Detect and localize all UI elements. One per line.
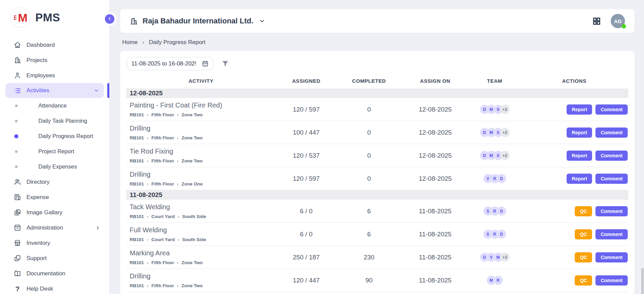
team-extra-count[interactable]: +2 <box>500 128 510 137</box>
team-cell: DMS+2 <box>469 105 520 114</box>
col-completed: COMPLETED <box>337 78 401 84</box>
comment-button[interactable]: Comment <box>595 151 628 161</box>
book-icon <box>14 270 21 277</box>
assign-on-cell: 12-08-2025 <box>401 152 469 159</box>
sidebar-item-projects[interactable]: Projects <box>0 53 109 68</box>
activity-title: Drilling <box>130 124 276 132</box>
assigned-cell: 6 / 0 <box>276 208 337 215</box>
table-header-row: ACTIVITY ASSIGNED COMPLETED ASSIGN ON TE… <box>126 73 628 89</box>
activity-title: Drilling <box>130 171 276 178</box>
path-segment: Fifth Floor <box>151 112 174 117</box>
sidebar-subitem-project-report[interactable]: Project Report <box>0 144 109 159</box>
report-button[interactable]: Report <box>567 128 592 138</box>
activity-location-path: RB101›Fifth Floor›Zone Two <box>130 283 276 288</box>
breadcrumb: Home › Daily Progress Report <box>122 39 634 46</box>
sidebar-subitem-daily-task-planning[interactable]: Daily Task Planning <box>0 113 109 129</box>
comment-button[interactable]: Comment <box>595 104 628 115</box>
user-avatar[interactable]: AD <box>611 14 625 28</box>
team-extra-count[interactable]: +2 <box>500 253 510 262</box>
bullet-icon <box>15 165 18 168</box>
chevron-right-icon: › <box>147 113 148 117</box>
apps-grid-icon[interactable] <box>592 17 601 26</box>
chevron-right-icon: › <box>178 237 179 242</box>
chevron-down-icon <box>94 88 99 93</box>
breadcrumb-home[interactable]: Home <box>122 39 137 46</box>
sidebar-item-support[interactable]: Support <box>0 251 109 266</box>
activity-cell: Full WeldingRB101›Court Yard›South Side <box>126 226 276 242</box>
activity-location-path: RB101›Fifth Floor›Zone Two <box>130 112 276 117</box>
report-button[interactable]: Report <box>567 151 592 161</box>
table-row: DrillingRB101›Fifth Floor›Zone Two100 / … <box>126 121 628 144</box>
col-assign-on: ASSIGN ON <box>401 78 469 84</box>
comment-button[interactable]: Comment <box>595 206 628 216</box>
team-member-avatar[interactable]: D <box>497 230 506 239</box>
path-segment: South Side <box>182 237 206 242</box>
logo-monogram-icon: M <box>14 11 27 24</box>
avatar-initials: AD <box>614 18 622 24</box>
team-extra-count[interactable]: +2 <box>500 105 510 114</box>
comment-button[interactable]: Comment <box>595 174 628 184</box>
sidebar-subitem-attendance[interactable]: Attendance <box>0 98 109 113</box>
path-segment: Zone Two <box>182 135 203 140</box>
activity-title: Drilling <box>130 272 276 280</box>
app-logo[interactable]: M PMS <box>0 0 109 34</box>
sidebar-item-label: Support <box>26 255 47 262</box>
team-member-avatar[interactable]: D <box>497 174 506 183</box>
store-icon <box>14 239 21 247</box>
sidebar-item-label: Employees <box>26 72 55 79</box>
group-date-band: 11-08-2025 <box>126 190 628 200</box>
comment-button[interactable]: Comment <box>595 252 628 262</box>
activity-cell: Marking AreaRB101›Fifth Floor›Zone Two <box>126 249 276 265</box>
team-member-avatar[interactable]: D <box>497 207 506 216</box>
bullet-icon <box>15 104 18 107</box>
sidebar-subitem-daily-expenses[interactable]: Daily Expenses <box>0 159 109 174</box>
activity-location-path: RB101›Fifth Floor›Zone Two <box>130 260 276 265</box>
chevron-right-icon: › <box>177 182 179 187</box>
activity-cell: DrillingRB101›Fifth Floor›Zone One <box>126 171 276 187</box>
table-row: DrillingRB101›Fifth Floor›Zone Two120 / … <box>126 269 628 292</box>
team-member-avatar[interactable]: R <box>494 276 503 285</box>
path-segment: Fifth Floor <box>151 283 174 288</box>
qc-button[interactable]: QC <box>575 252 592 262</box>
path-segment: Zone Two <box>182 112 203 117</box>
sidebar-item-label: Activities <box>26 87 49 94</box>
bullet-icon <box>15 150 18 153</box>
sidebar-item-directory[interactable]: Directory <box>0 174 109 190</box>
team-extra-count[interactable]: +2 <box>500 151 510 160</box>
sidebar-item-employees[interactable]: Employees <box>0 68 109 83</box>
activity-location-path: RB101›Court Yard›South Side <box>130 237 276 242</box>
comment-button[interactable]: Comment <box>595 275 628 286</box>
sidebar-item-dashboard[interactable]: Dashboard <box>0 37 109 53</box>
qc-button[interactable]: QC <box>575 206 592 216</box>
qc-button[interactable]: QC <box>575 275 592 286</box>
comment-button[interactable]: Comment <box>595 229 628 239</box>
date-range-picker[interactable] <box>127 57 213 70</box>
comment-button[interactable]: Comment <box>595 128 628 138</box>
sidebar-item-administration[interactable]: Administration <box>0 220 109 235</box>
company-selector[interactable]: Raja Bahadur International Ltd. <box>130 17 265 25</box>
sidebar-item-label: Expense <box>26 194 49 201</box>
sidebar-item-expense[interactable]: Expense <box>0 190 109 205</box>
sidebar-item-image-gallary[interactable]: Image Gallary <box>0 205 109 220</box>
path-segment: Fifth Floor <box>151 158 174 163</box>
sidebar-item-activities[interactable]: Activities <box>5 83 104 98</box>
path-segment: RB101 <box>130 214 144 219</box>
table-row: Full WeldingRB101›Court Yard›South Side6… <box>126 223 628 246</box>
company-name: Raja Bahadur International Ltd. <box>143 17 253 25</box>
sidebar-item-help-desk[interactable]: ?Help Desk <box>0 281 109 294</box>
page-scrollbar[interactable] <box>641 268 644 294</box>
sidebar-item-label: Directory <box>26 179 50 185</box>
path-segment: Fifth Floor <box>151 181 174 187</box>
filter-funnel-icon[interactable] <box>221 60 229 67</box>
activity-title: Painting - First Coat (Fire Red) <box>130 101 276 109</box>
sidebar-collapse-button[interactable] <box>105 14 114 24</box>
sidebar-item-documentation[interactable]: Documentation <box>0 266 109 281</box>
sidebar-subitem-daily-progress-report[interactable]: Daily Progress Report <box>0 129 109 144</box>
qc-button[interactable]: QC <box>575 229 592 239</box>
report-button[interactable]: Report <box>567 174 592 184</box>
team-cell: MR <box>469 276 520 285</box>
sidebar-item-inventory[interactable]: Inventory <box>0 235 109 251</box>
actions-cell: QCComment <box>520 206 628 216</box>
date-range-input[interactable] <box>131 60 196 67</box>
report-button[interactable]: Report <box>567 104 592 115</box>
